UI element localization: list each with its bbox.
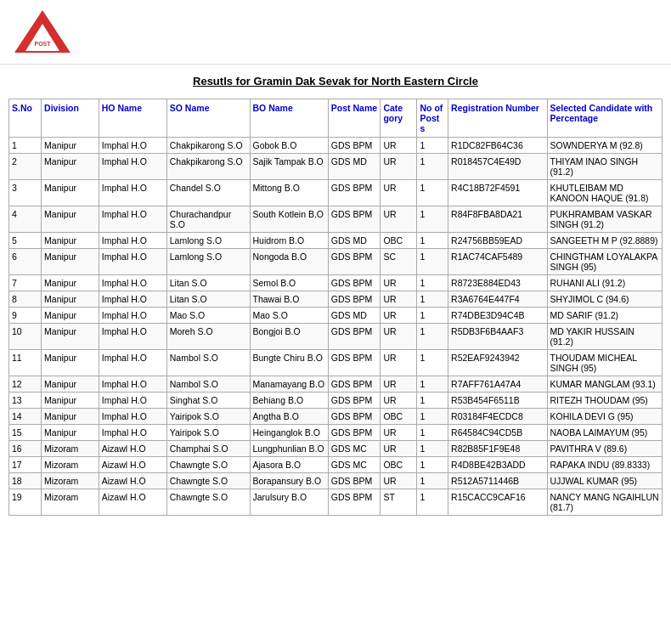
col-header-bo: BO Name <box>250 99 328 138</box>
cell-sno: 7 <box>9 275 42 291</box>
cell-division: Manipur <box>42 275 99 291</box>
cell-reg_number: R84F8FBA8DA21 <box>448 206 547 233</box>
cell-division: Manipur <box>42 409 99 425</box>
cell-post_name: GDS BPM <box>328 291 381 308</box>
col-header-so: SO Name <box>166 99 250 138</box>
cell-no_of_posts: 1 <box>417 457 448 473</box>
cell-ho_name: Imphal H.O <box>99 291 166 308</box>
col-header-post: Post Name <box>328 99 381 138</box>
cell-selected_candidate: PAVITHRA V (89.6) <box>547 441 663 457</box>
cell-ho_name: Imphal H.O <box>99 206 166 233</box>
cell-so_name: Champhai S.O <box>166 441 250 457</box>
cell-post_name: GDS BPM <box>328 425 381 441</box>
cell-category: UR <box>381 308 417 324</box>
cell-category: UR <box>381 180 417 206</box>
cell-category: OBC <box>381 409 417 425</box>
cell-selected_candidate: NAOBA LAIMAYUM (95) <box>547 425 663 441</box>
cell-bo_name: Mittong B.O <box>250 180 328 206</box>
title-area: Resutls for Gramin Dak Sevak for North E… <box>0 65 671 94</box>
cell-reg_number: R82B85F1F9E48 <box>448 441 547 457</box>
cell-post_name: GDS BPM <box>328 393 381 409</box>
cell-sno: 3 <box>9 180 42 206</box>
cell-ho_name: Imphal H.O <box>99 350 166 376</box>
cell-post_name: GDS BPM <box>328 409 381 425</box>
cell-ho_name: Imphal H.O <box>99 376 166 393</box>
cell-post_name: GDS BPM <box>328 180 381 206</box>
cell-sno: 5 <box>9 233 42 249</box>
cell-no_of_posts: 1 <box>417 441 448 457</box>
cell-category: UR <box>381 376 417 393</box>
col-header-reg: Registration Number <box>448 99 547 138</box>
cell-reg_number: R4D8BE42B3ADD <box>448 457 547 473</box>
cell-division: Manipur <box>42 308 99 324</box>
cell-sno: 4 <box>9 206 42 233</box>
cell-so_name: Moreh S.O <box>166 324 250 350</box>
cell-bo_name: Manamayang B.O <box>250 376 328 393</box>
cell-so_name: Litan S.O <box>166 291 250 308</box>
cell-reg_number: R7AFF761A47A4 <box>448 376 547 393</box>
cell-post_name: GDS BPM <box>328 138 381 154</box>
cell-ho_name: Imphal H.O <box>99 275 166 291</box>
cell-sno: 12 <box>9 376 42 393</box>
cell-so_name: Churachandpur S.O <box>166 206 250 233</box>
cell-sno: 17 <box>9 457 42 473</box>
cell-so_name: Chakpikarong S.O <box>166 138 250 154</box>
cell-division: Manipur <box>42 138 99 154</box>
cell-ho_name: Imphal H.O <box>99 425 166 441</box>
cell-category: UR <box>381 425 417 441</box>
cell-post_name: GDS BPM <box>328 489 381 516</box>
cell-ho_name: Aizawl H.O <box>99 457 166 473</box>
cell-so_name: Mao S.O <box>166 308 250 324</box>
table-row: 10ManipurImphal H.OMoreh S.OBongjoi B.OG… <box>9 324 663 350</box>
cell-post_name: GDS BPM <box>328 275 381 291</box>
cell-selected_candidate: KOHILA DEVI G (95) <box>547 409 663 425</box>
cell-reg_number: R24756BB59EAD <box>448 233 547 249</box>
cell-ho_name: Aizawl H.O <box>99 441 166 457</box>
header: POST <box>0 0 671 65</box>
col-header-sno: S.No <box>9 99 42 138</box>
cell-sno: 19 <box>9 489 42 516</box>
cell-category: UR <box>381 393 417 409</box>
svg-text:POST: POST <box>34 41 51 47</box>
table-row: 12ManipurImphal H.ONambol S.OManamayang … <box>9 376 663 393</box>
cell-bo_name: Lungphunlian B.O <box>250 441 328 457</box>
cell-selected_candidate: KHUTLEIBAM MD KANOON HAQUE (91.8) <box>547 180 663 206</box>
cell-reg_number: R52EAF9243942 <box>448 350 547 376</box>
cell-no_of_posts: 1 <box>417 324 448 350</box>
table-row: 7ManipurImphal H.OLitan S.OSemol B.OGDS … <box>9 275 663 291</box>
cell-category: UR <box>381 154 417 180</box>
cell-category: UR <box>381 324 417 350</box>
cell-no_of_posts: 1 <box>417 425 448 441</box>
cell-bo_name: Angtha B.O <box>250 409 328 425</box>
cell-ho_name: Imphal H.O <box>99 138 166 154</box>
table-row: 5ManipurImphal H.OLamlong S.OHuidrom B.O… <box>9 233 663 249</box>
cell-selected_candidate: MD YAKIR HUSSAIN (91.2) <box>547 324 663 350</box>
cell-sno: 9 <box>9 308 42 324</box>
cell-division: Manipur <box>42 249 99 275</box>
col-header-cand: Selected Candidate with Percentage <box>547 99 663 138</box>
table-row: 2ManipurImphal H.OChakpikarong S.OSajik … <box>9 154 663 180</box>
cell-bo_name: Jarulsury B.O <box>250 489 328 516</box>
cell-reg_number: R1DC82FB64C36 <box>448 138 547 154</box>
cell-post_name: GDS BPM <box>328 376 381 393</box>
cell-selected_candidate: THIYAM INAO SINGH (91.2) <box>547 154 663 180</box>
cell-division: Manipur <box>42 350 99 376</box>
table-row: 16MizoramAizawl H.OChamphai S.OLungphunl… <box>9 441 663 457</box>
india-post-logo: POST <box>13 8 72 55</box>
cell-post_name: GDS BPM <box>328 324 381 350</box>
table-row: 19MizoramAizawl H.OChawngte S.OJarulsury… <box>9 489 663 516</box>
cell-so_name: Nambol S.O <box>166 376 250 393</box>
cell-bo_name: Heinganglok B.O <box>250 425 328 441</box>
cell-ho_name: Imphal H.O <box>99 324 166 350</box>
cell-division: Mizoram <box>42 441 99 457</box>
cell-division: Manipur <box>42 425 99 441</box>
cell-no_of_posts: 1 <box>417 376 448 393</box>
cell-category: UR <box>381 291 417 308</box>
cell-selected_candidate: RITEZH THOUDAM (95) <box>547 393 663 409</box>
cell-selected_candidate: SHYJIMOL C (94.6) <box>547 291 663 308</box>
table-row: 13ManipurImphal H.OSinghat S.OBehiang B.… <box>9 393 663 409</box>
table-row: 15ManipurImphal H.OYairipok S.OHeingangl… <box>9 425 663 441</box>
cell-ho_name: Imphal H.O <box>99 249 166 275</box>
table-row: 1ManipurImphal H.OChakpikarong S.OGobok … <box>9 138 663 154</box>
cell-reg_number: R74DBE3D94C4B <box>448 308 547 324</box>
